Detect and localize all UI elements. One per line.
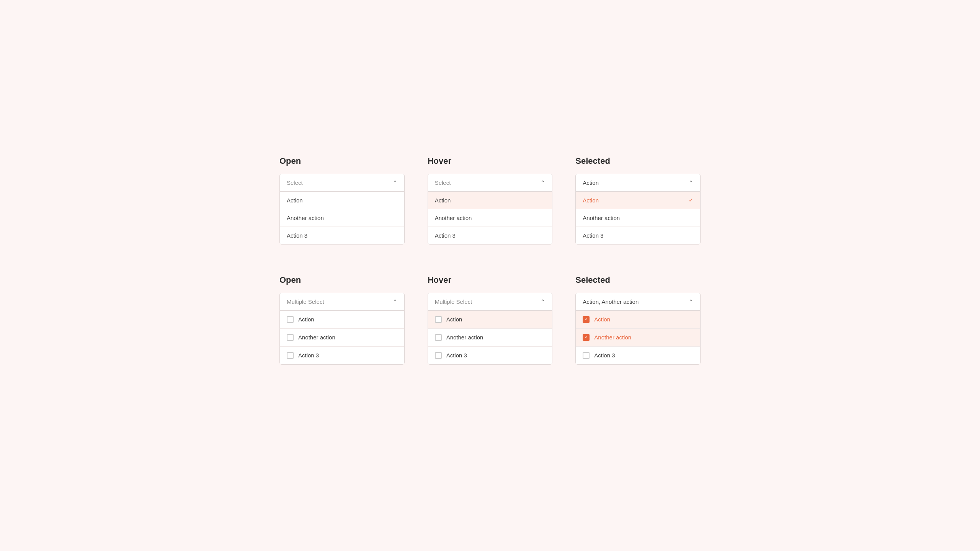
item-label: Action 3: [435, 232, 456, 239]
item-label: Another action: [287, 215, 324, 221]
item-label: Another action: [435, 215, 472, 221]
checkbox-unchecked[interactable]: [435, 352, 442, 359]
check-icon: ✓: [689, 197, 693, 203]
chevron-up-icon: ⌃: [393, 298, 397, 305]
dropdown-trigger-multi-open[interactable]: Multiple Select ⌃: [280, 293, 404, 311]
item-label: Another action: [446, 334, 483, 341]
list-item[interactable]: Action ✓: [576, 192, 700, 209]
list-item[interactable]: ✓ Another action: [576, 329, 700, 347]
item-label: Action: [594, 316, 610, 323]
trigger-text-multi-hover: Multiple Select: [435, 298, 472, 305]
chevron-up-icon: ⌃: [689, 179, 693, 186]
list-item[interactable]: Action 3: [280, 227, 404, 244]
dropdown-trigger-multi-selected[interactable]: Action, Another action ⌃: [576, 293, 700, 311]
list-item[interactable]: Another action: [280, 209, 404, 227]
trigger-text-hover: Select: [435, 179, 451, 186]
dropdown-multi-hover: Multiple Select ⌃ Action Another action …: [428, 293, 553, 365]
checkbox-checked[interactable]: ✓: [583, 334, 590, 341]
list-item[interactable]: Another action: [428, 329, 552, 347]
list-item[interactable]: Action: [280, 192, 404, 209]
item-label: Action 3: [446, 352, 467, 359]
dropdown-trigger-hover[interactable]: Select ⌃: [428, 174, 552, 192]
dropdown-open: Select ⌃ Action Another action Action 3: [279, 174, 405, 245]
dropdown-trigger-selected[interactable]: Action ⌃: [576, 174, 700, 192]
dropdown-multi-selected: Action, Another action ⌃ ✓ Action ✓ Anot…: [575, 293, 701, 365]
column-selected: Selected Action ⌃ Action ✓ Another actio…: [575, 156, 701, 245]
column-multi-hover: Hover Multiple Select ⌃ Action Another a…: [428, 275, 553, 365]
list-item[interactable]: Action 3: [576, 227, 700, 244]
checkmark-icon: ✓: [585, 335, 588, 339]
item-label: Action 3: [594, 352, 615, 359]
trigger-text-multi-selected: Action, Another action: [583, 298, 639, 305]
dropdown-hover: Select ⌃ Action Another action Action 3: [428, 174, 553, 245]
list-item[interactable]: Action: [428, 311, 552, 329]
item-label: Another action: [583, 215, 620, 221]
list-item[interactable]: Action 3: [428, 347, 552, 364]
column-title-open: Open: [279, 156, 405, 166]
checkmark-icon: ✓: [585, 317, 588, 321]
list-item[interactable]: Action 3: [428, 227, 552, 244]
column-hover: Hover Select ⌃ Action Another action Act…: [428, 156, 553, 245]
item-label: Action: [435, 197, 451, 204]
list-item[interactable]: Action 3: [280, 347, 404, 364]
column-multi-selected: Selected Action, Another action ⌃ ✓ Acti…: [575, 275, 701, 365]
trigger-text-multi-open: Multiple Select: [287, 298, 324, 305]
chevron-up-icon: ⌃: [393, 179, 397, 186]
checkbox-unchecked[interactable]: [287, 352, 294, 359]
list-item[interactable]: Another action: [280, 329, 404, 347]
checkbox-checked[interactable]: ✓: [583, 316, 590, 323]
list-item[interactable]: Another action: [428, 209, 552, 227]
item-label: Action 3: [287, 232, 307, 239]
list-item[interactable]: Action: [428, 192, 552, 209]
chevron-up-icon: ⌃: [541, 179, 545, 186]
list-item[interactable]: Another action: [576, 209, 700, 227]
list-item[interactable]: ✓ Action: [576, 311, 700, 329]
dropdown-trigger-multi-hover[interactable]: Multiple Select ⌃: [428, 293, 552, 311]
item-label: Action: [298, 316, 314, 323]
item-label: Action: [287, 197, 303, 204]
column-title-multi-open: Open: [279, 275, 405, 285]
item-label: Another action: [298, 334, 335, 341]
dropdown-selected: Action ⌃ Action ✓ Another action Action …: [575, 174, 701, 245]
checkbox-unchecked[interactable]: [435, 334, 442, 341]
checkbox-unchecked[interactable]: [287, 316, 294, 323]
chevron-up-icon: ⌃: [541, 298, 545, 305]
dropdown-trigger-open[interactable]: Select ⌃: [280, 174, 404, 192]
item-label: Another action: [594, 334, 631, 341]
checkbox-unchecked[interactable]: [583, 352, 590, 359]
trigger-text-open: Select: [287, 179, 303, 186]
column-open: Open Select ⌃ Action Another action Acti…: [279, 156, 405, 245]
checkbox-unchecked[interactable]: [435, 316, 442, 323]
item-label: Action 3: [298, 352, 319, 359]
list-item[interactable]: Action 3: [576, 347, 700, 364]
checkbox-unchecked[interactable]: [287, 334, 294, 341]
column-title-multi-selected: Selected: [575, 275, 701, 285]
item-label: Action: [583, 197, 599, 204]
column-multi-open: Open Multiple Select ⌃ Action Another ac…: [279, 275, 405, 365]
dropdown-multi-open: Multiple Select ⌃ Action Another action …: [279, 293, 405, 365]
page-wrapper: Open Select ⌃ Action Another action Acti…: [279, 133, 701, 418]
column-title-hover: Hover: [428, 156, 553, 166]
trigger-text-selected: Action: [583, 179, 599, 186]
item-label: Action: [446, 316, 462, 323]
column-title-selected: Selected: [575, 156, 701, 166]
column-title-multi-hover: Hover: [428, 275, 553, 285]
single-select-section: Open Select ⌃ Action Another action Acti…: [279, 156, 701, 245]
item-label: Action 3: [583, 232, 603, 239]
list-item[interactable]: Action: [280, 311, 404, 329]
multi-select-section: Open Multiple Select ⌃ Action Another ac…: [279, 275, 701, 365]
chevron-up-icon: ⌃: [689, 298, 693, 305]
